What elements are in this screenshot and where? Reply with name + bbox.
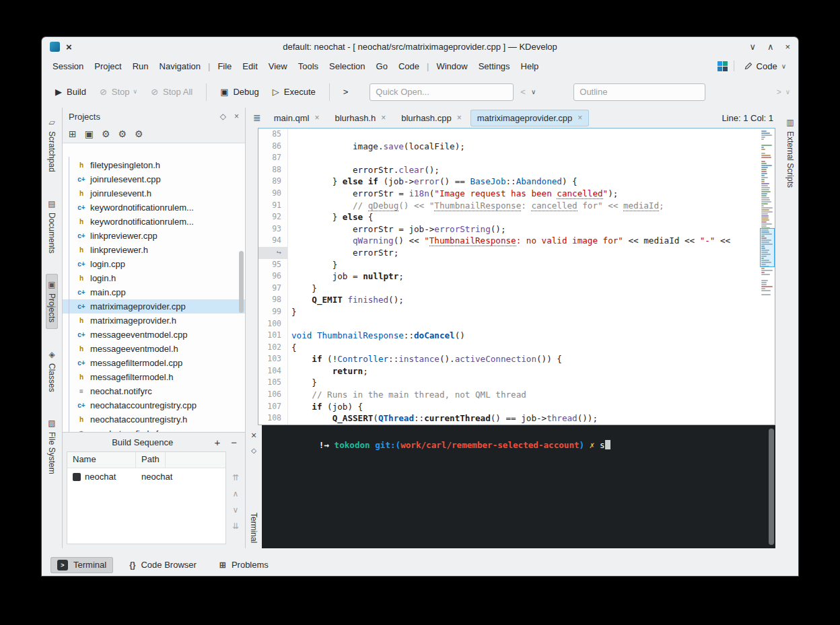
tree-item-matriximageprovider-cpp[interactable]: c+matriximageprovider.cpp (63, 299, 245, 314)
menu-project[interactable]: Project (89, 58, 127, 75)
tree-item-neochataccountregistry-cpp[interactable]: c+neochataccountregistry.cpp (63, 398, 245, 412)
terminal-screen[interactable]: !→ tokodon git:(work/carl/remember-selec… (262, 425, 775, 548)
scripts-icon: ▥ (785, 118, 795, 127)
toolbar-button-label: Execute (284, 87, 316, 97)
move-top-icon[interactable]: ⇈ (232, 473, 239, 482)
minimap[interactable] (760, 128, 775, 425)
editor-tab-matriximageprovider-cpp[interactable]: matriximageprovider.cpp× (470, 110, 590, 126)
tree-item-keywordnotificationrulem[interactable]: c+keywordnotificationrulem... (63, 200, 245, 215)
tree-item-linkpreviewer-cpp[interactable]: c+linkpreviewer.cpp (63, 229, 245, 243)
area-code-dropdown[interactable]: Code ∨ (740, 59, 790, 74)
tree-item-messageeventmodel-cpp[interactable]: c+messageeventmodel.cpp (63, 328, 245, 342)
float-icon[interactable]: ◇ (220, 112, 226, 121)
editor-tab-blurhash-cpp[interactable]: blurhash.cpp× (394, 110, 468, 126)
column-header-name[interactable]: Name (67, 452, 136, 468)
menu-edit[interactable]: Edit (237, 58, 262, 75)
menu-window[interactable]: Window (431, 58, 473, 75)
menu-settings[interactable]: Settings (473, 58, 516, 75)
minimap-bar (761, 183, 769, 184)
close-icon[interactable]: × (314, 113, 319, 122)
minimize-button[interactable]: ∨ (749, 42, 756, 51)
locate-document-icon[interactable]: ▣ (85, 128, 94, 139)
chevron-down-icon[interactable]: ∨ (785, 88, 790, 96)
move-bottom-icon[interactable]: ⇊ (232, 521, 239, 531)
close-icon[interactable]: × (251, 431, 256, 440)
tree-scrollbar[interactable] (239, 251, 244, 313)
statusbar-code-browser[interactable]: {}Code Browser (123, 557, 203, 573)
menu-go[interactable]: Go (371, 58, 393, 75)
editor-tab-blurhash-h[interactable]: blurhash.h× (328, 110, 393, 126)
move-down-icon[interactable]: ∨ (233, 505, 239, 515)
table-row[interactable]: neochatneochat (67, 468, 225, 485)
document-list-icon[interactable]: ≣ (249, 110, 265, 126)
float-icon[interactable]: ◇ (251, 447, 256, 454)
close-icon[interactable]: × (234, 112, 239, 121)
dock-tab-projects[interactable]: ▣Projects (46, 274, 58, 328)
menu-code[interactable]: Code (393, 58, 425, 75)
toolbar-button-build[interactable]: ▶Build (50, 82, 92, 102)
toolbar-button-execute[interactable]: ▷Execute (267, 82, 321, 102)
close-icon[interactable]: × (457, 113, 462, 122)
dock-tab-file-system[interactable]: ▧File System (46, 412, 58, 480)
editor-view[interactable]: 8586 image.save(localFile);8788 errorStr… (258, 128, 775, 425)
toolbar-button-stop-all[interactable]: ⊘Stop All (145, 82, 198, 102)
tree-item-filetypesingleton-h[interactable]: hfiletypesingleton.h (63, 158, 245, 172)
minimap-bar (761, 268, 765, 269)
menu-selection[interactable]: Selection (324, 58, 370, 75)
remove-icon[interactable]: − (231, 437, 237, 448)
chevron-left-icon[interactable]: < (520, 87, 526, 97)
tree-item-linkpreviewer-h[interactable]: hlinkpreviewer.h (63, 243, 245, 257)
outline-input[interactable] (573, 83, 705, 101)
build-set-icon[interactable]: ⚙ (102, 128, 110, 139)
quick-open-input[interactable] (370, 83, 514, 101)
tree-item-keywordnotificationrulem[interactable]: hkeywordnotificationrulem... (63, 215, 245, 229)
add-icon[interactable]: + (214, 437, 220, 448)
statusbar-terminal[interactable]: >Terminal (50, 557, 113, 573)
menu-session[interactable]: Session (47, 58, 89, 75)
terminal-scrollbar[interactable] (769, 429, 774, 545)
dock-tab-scratchpad[interactable]: ▱Scratchpad (46, 112, 58, 178)
dock-tab-classes[interactable]: ◈Classes (46, 344, 58, 398)
menu-file[interactable]: File (212, 58, 237, 75)
statusbar-problems[interactable]: ⊞Problems (213, 557, 275, 573)
menu-navigation[interactable]: Navigation (154, 58, 206, 75)
editor-tab-main-qml[interactable]: main.qml× (267, 110, 326, 126)
projects-title: Projects (69, 112, 100, 122)
menu-run[interactable]: Run (127, 58, 154, 75)
toolbar-button-debug[interactable]: ▣Debug (215, 82, 265, 102)
bs-thead: NamePath (67, 452, 225, 468)
move-up-icon[interactable]: ∧ (233, 489, 239, 499)
toolbar-button-[interactable]: > (338, 82, 354, 102)
tree-item-joinrulesevent-cpp[interactable]: c+joinrulesevent.cpp (63, 172, 245, 186)
tree-item-messageeventmodel-h[interactable]: hmessageeventmodel.h (63, 342, 245, 356)
tree-item-login-h[interactable]: hlogin.h (63, 271, 245, 285)
tree-item-main-cpp[interactable]: c+main.cpp (63, 285, 245, 299)
close-button[interactable]: × (785, 42, 790, 51)
tree-item-neochataccountregistry-h[interactable]: hneochataccountregistry.h (63, 412, 245, 427)
new-item-icon[interactable]: ⊞ (69, 128, 77, 139)
menu-tools[interactable]: Tools (293, 58, 324, 75)
tree-item-messagefiltermodel-cpp[interactable]: c+messagefiltermodel.cpp (63, 356, 245, 370)
tree-item-matriximageprovider-h[interactable]: hmatriximageprovider.h (63, 314, 245, 328)
minimap-viewport[interactable] (760, 228, 775, 267)
menu-view[interactable]: View (263, 58, 293, 75)
tree-item-messagefiltermodel-h[interactable]: hmessagefiltermodel.h (63, 370, 245, 384)
column-header-path[interactable]: Path (136, 452, 166, 468)
toolbar-button-stop[interactable]: ⊘Stop∨ (94, 82, 143, 102)
settings-icon[interactable]: ⚙ (118, 128, 127, 139)
tree-item-joinrulesevent-h[interactable]: hjoinrulesevent.h (63, 186, 245, 200)
dock-tab-external-scripts[interactable]: ▥External Scripts (784, 112, 796, 194)
menu-help[interactable]: Help (516, 58, 545, 75)
tree-item-neochatconfig-kcfg[interactable]: ⚙neochatconfig.kcfg (63, 427, 245, 432)
area-switcher-icon[interactable] (718, 61, 728, 71)
configure-icon[interactable]: ⚙ (135, 128, 143, 139)
minimap-bars (760, 131, 775, 295)
tree-item-login-cpp[interactable]: c+login.cpp (63, 257, 245, 271)
maximize-button[interactable]: ∧ (767, 42, 774, 51)
close-icon[interactable]: × (381, 113, 386, 122)
dock-tab-documents[interactable]: ▤Documents (46, 193, 58, 260)
chevron-right-icon[interactable]: > (777, 87, 781, 97)
tree-item-neochat-notifyrc[interactable]: ≡neochat.notifyrc (63, 384, 245, 398)
close-icon[interactable]: × (578, 113, 582, 122)
chevron-down-icon[interactable]: ∨ (531, 88, 536, 96)
